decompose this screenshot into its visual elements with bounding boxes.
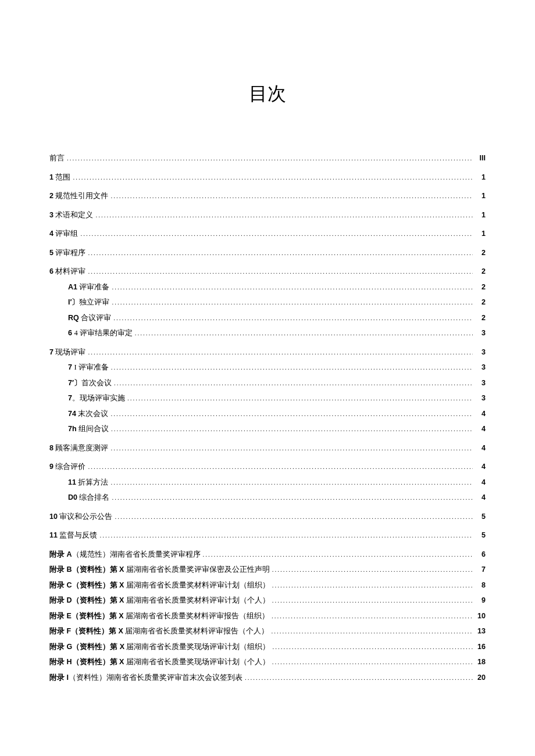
toc-page-number: 3 [475,347,486,358]
toc-entry: I′〕独立评审2 [49,298,486,308]
toc-label: 附录 E（资料性）第 X 届湖南省省长质量奖材料评审报告（组织） [49,611,269,622]
toc-label: 前言 [49,153,65,164]
toc-label: 6 材料评审 [49,267,85,277]
toc-page-number: 2 [475,282,486,293]
toc-text: 首次会议 [81,379,112,387]
toc-entry: 4 评审组1 [49,229,486,239]
toc-entry: 6 4 评审结果的审定3 [49,328,486,339]
toc-leader-dots [111,363,473,373]
toc-page-number: 20 [475,673,486,683]
toc-text: 材料评审 [55,267,85,275]
toc-entry: 10 审议和公示公告5 [49,512,486,522]
toc-leader-dots [272,657,473,668]
toc-label: 附录 C（资料性）第 X 届湖南省省长质量奖材料评审计划（组织） [49,581,270,591]
toc-text: 4 评审结果的审定 [74,329,132,337]
toc-prefix: 附录 C（资料性）第 X [49,581,126,589]
toc-label: 附录 A（规范性）湖南省省长质量奖评审程序 [49,550,201,560]
toc-entry: 附录 C（资料性）第 X 届湖南省省长质量奖材料评审计划（组织）8 [49,581,486,591]
toc-text: 评审程序 [55,249,85,257]
toc-leader-dots [99,531,473,541]
toc-prefix: 7h [68,425,79,433]
toc-text: 届湖南省省长质量奖材料评审报告（个人） [125,627,269,635]
toc-prefix: 9 [49,463,55,471]
toc-text: 。现场评审实施 [72,394,125,402]
toc-leader-dots [114,378,473,389]
page-title: 目次 [49,81,486,107]
toc-entry: 11 监督与反馈5 [49,531,486,541]
toc-leader-dots [73,173,473,183]
toc-prefix: 6 [68,329,74,337]
toc-prefix: 附录 B（资料性）第 X [49,565,126,574]
toc-text: 届湖南省省长质量奖材料评审计划（组织） [126,581,270,589]
toc-label: 74 末次会议 [68,409,108,420]
toc-prefix: 5 [49,249,55,257]
toc-entry: A1 评审准备2 [49,282,486,293]
toc-leader-dots [271,626,473,637]
toc-leader-dots [203,550,473,560]
toc-entry: D0 综合排名4 [49,493,486,503]
toc-entry: 附录 H（资料性）第 X 届湖南省省长质量奖现场评审计划（个人）18 [49,657,486,668]
toc-prefix: 7 [68,363,74,371]
toc-text: 届湖南省省长质量奖材料评审报告（组织） [126,612,269,620]
toc-page-number: 3 [475,328,486,339]
toc-prefix: 8 [49,444,55,452]
toc-leader-dots [272,596,473,606]
toc-text: 综合排名 [79,493,109,501]
toc-prefix: 附录 D（资料性）第 X [49,596,126,604]
toc-text: 届湖南省省长质量奖评审保密及公正性声明 [126,565,270,574]
toc-label: 附录 B（资料性）第 X 届湖南省省长质量奖评审保密及公正性声明 [49,565,270,575]
toc-page-number: 1 [475,191,486,202]
toc-text: 综合评价 [55,463,85,471]
toc-label: 11 折算方法 [68,478,108,488]
toc-label: 5 评审程序 [49,248,85,259]
toc-label: 2 规范性引用文件 [49,191,108,202]
toc-page-number: 1 [475,210,486,221]
toc-entry: 附录 G（资料性）第 X 届湖南省省长质量奖现场评审计划（组织）16 [49,642,486,653]
toc-entry: 7 I 评审准备3 [49,363,486,373]
toc-label: 6 4 评审结果的审定 [68,328,133,339]
toc-leader-dots [272,565,473,575]
toc-prefix: 附录 I [49,673,69,682]
toc-entry: 附录 D（资料性）第 X 届湖南省省长质量奖材料评审计划（个人）9 [49,596,486,606]
toc-text: 评审准备 [79,283,109,291]
toc-leader-dots [127,393,473,404]
toc-leader-dots [272,642,473,653]
toc-page-number: 18 [475,657,486,668]
toc-text: 合议评审 [81,314,111,322]
toc-leader-dots [67,153,473,164]
toc-prefix: A1 [68,283,79,291]
toc-prefix: 7 [68,394,72,402]
toc-prefix: 11 [49,531,59,539]
toc-page-number: 7 [475,565,486,575]
toc-text: 审议和公示公告 [59,513,112,521]
toc-label: D0 综合排名 [68,493,109,503]
toc-page-number: 10 [475,611,486,622]
toc-leader-dots [95,210,473,221]
toc-label: I′〕独立评审 [68,298,109,308]
toc-leader-dots [88,267,473,277]
toc-page-number: 13 [475,626,486,637]
toc-label: A1 评审准备 [68,282,109,293]
toc-entry: 附录 E（资料性）第 X 届湖南省省长质量奖材料评审报告（组织）10 [49,611,486,622]
toc-label: 3 术语和定义 [49,210,93,221]
toc-label: 1 范围 [49,173,70,183]
toc-leader-dots [115,512,473,522]
table-of-contents: 前言III1 范围12 规范性引用文件13 术语和定义14 评审组15 评审程序… [49,153,486,683]
toc-label: 11 监督与反馈 [49,531,97,541]
toc-text: 范围 [55,173,70,181]
toc-leader-dots [88,248,473,259]
toc-page-number: 5 [475,512,486,522]
toc-page-number: 4 [475,424,486,435]
toc-prefix: 2 [49,192,55,200]
toc-text: 前言 [49,154,65,162]
toc-page-number: 1 [475,173,486,183]
toc-prefix: 4 [49,230,55,238]
toc-page-number: 2 [475,313,486,324]
toc-page-number: 4 [475,409,486,420]
toc-prefix: 74 [68,410,78,418]
toc-entry: 附录 B（资料性）第 X 届湖南省省长质量奖评审保密及公正性声明7 [49,565,486,575]
toc-page-number: 3 [475,378,486,389]
toc-entry: 附录 A（规范性）湖南省省长质量奖评审程序6 [49,550,486,560]
toc-prefix: D0 [68,493,79,501]
toc-prefix: 3 [49,211,55,219]
